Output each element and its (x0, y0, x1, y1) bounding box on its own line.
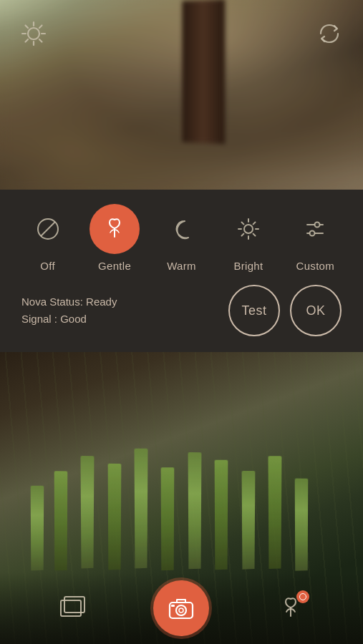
filter-bright-icon-wrapper (223, 204, 274, 254)
svg-line-5 (26, 26, 29, 29)
filter-gentle[interactable]: Gentle (81, 204, 147, 272)
svg-line-17 (253, 234, 256, 236)
svg-point-11 (244, 225, 253, 233)
svg-point-27 (176, 605, 186, 615)
filter-warm-label: Warm (167, 260, 196, 272)
svg-line-16 (241, 223, 243, 225)
svg-point-23 (310, 231, 315, 236)
svg-point-0 (28, 28, 39, 39)
filter-off-icon-wrapper (23, 204, 73, 254)
gallery-button[interactable] (52, 589, 92, 628)
test-button[interactable]: Test (228, 285, 280, 336)
flip-camera-button[interactable] (311, 16, 347, 52)
nova-status: Nova Status: Ready (21, 293, 117, 311)
ok-button[interactable]: OK (290, 285, 342, 336)
top-viewfinder (0, 0, 363, 190)
bottom-toolbar (0, 572, 363, 644)
svg-line-6 (39, 39, 42, 42)
signal-status: Signal : Good (21, 311, 117, 328)
filter-custom-icon-wrapper (290, 204, 340, 254)
svg-line-19 (241, 234, 243, 236)
bottom-viewfinder (0, 352, 363, 644)
status-buttons-row: Nova Status: Ready Signal : Good Test OK (0, 272, 363, 339)
status-text: Nova Status: Ready Signal : Good (21, 293, 117, 328)
svg-point-28 (179, 608, 183, 613)
filter-warm[interactable]: Warm (148, 204, 215, 272)
svg-line-18 (253, 223, 256, 225)
action-buttons: Test OK (228, 285, 342, 336)
camera-view: Off Gentle (0, 0, 363, 644)
filter-row: Off Gentle (0, 204, 363, 272)
filter-bright[interactable]: Bright (215, 204, 281, 272)
svg-rect-29 (171, 605, 175, 607)
control-panel: Off Gentle (0, 190, 363, 352)
filter-warm-icon-wrapper (157, 204, 207, 254)
filter-gentle-label: Gentle (98, 260, 131, 272)
leaf-decoration (14, 374, 349, 587)
filter-bright-label: Bright (233, 260, 263, 272)
filter-off-label: Off (40, 260, 55, 272)
svg-line-7 (39, 26, 42, 29)
shutter-button[interactable] (153, 580, 209, 636)
macro-button[interactable] (271, 589, 311, 628)
badge-inner (299, 593, 306, 600)
settings-button[interactable] (16, 16, 52, 52)
svg-point-22 (315, 223, 320, 228)
svg-line-8 (26, 39, 29, 42)
svg-line-10 (41, 222, 55, 236)
filter-custom-label: Custom (296, 260, 334, 272)
filter-off[interactable]: Off (14, 204, 81, 272)
notification-badge (296, 590, 309, 603)
filter-gentle-icon-wrapper (89, 204, 140, 254)
filter-custom[interactable]: Custom (282, 204, 349, 272)
